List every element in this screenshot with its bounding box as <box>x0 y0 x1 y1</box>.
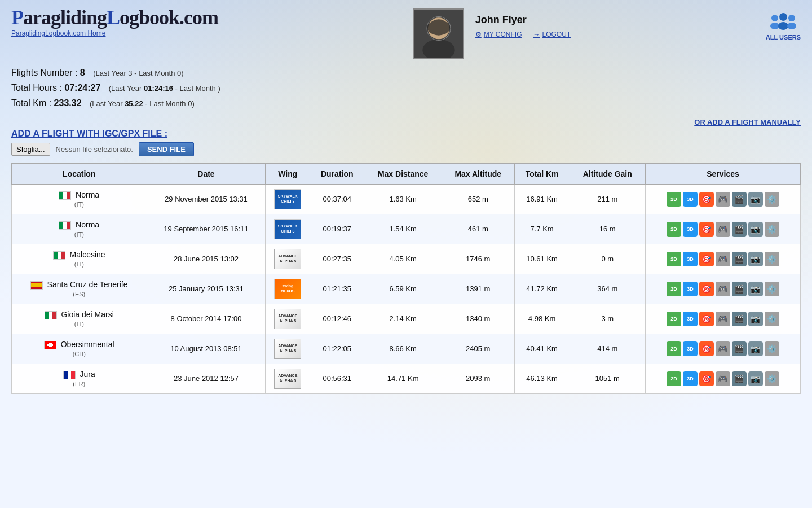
myconfig-link[interactable]: ⚙ MY CONFIG <box>475 30 522 38</box>
icon-settings[interactable]: ⚙️ <box>765 282 779 296</box>
icon-game[interactable]: 🎮 <box>716 252 730 266</box>
icon-target[interactable]: 🎯 <box>699 282 714 296</box>
icon-video[interactable]: 🎬 <box>732 282 747 296</box>
svg-point-9 <box>787 23 796 29</box>
col-duration: Duration <box>310 163 364 184</box>
wing-cell: ADVANCEALPHA 5 <box>266 334 310 364</box>
icon-3d[interactable]: 3D <box>683 192 698 207</box>
icon-3d[interactable]: 3D <box>683 222 698 237</box>
icon-video[interactable]: 🎬 <box>732 371 747 386</box>
location-name: Norma <box>76 190 99 199</box>
location-cell: Santa Cruz de Tenerife (ES) <box>12 274 147 304</box>
icon-camera[interactable]: 📷 <box>748 371 763 386</box>
icon-3d[interactable]: 3D <box>683 252 698 266</box>
icon-camera[interactable]: 📷 <box>748 341 763 356</box>
wing-badge: swingNEXUS <box>274 279 301 299</box>
max-distance-cell: 1.54 Km <box>364 214 442 244</box>
icon-settings[interactable]: ⚙️ <box>765 371 779 386</box>
icon-target[interactable]: 🎯 <box>699 192 714 207</box>
col-services: Services <box>645 163 800 184</box>
icon-3d[interactable]: 3D <box>683 282 698 296</box>
wing-cell: ADVANCEALPHA 5 <box>266 364 310 393</box>
all-users-area[interactable]: ALL USERS <box>766 11 801 41</box>
icon-2d[interactable]: 2D <box>667 341 681 356</box>
col-total-km: Total Km <box>514 163 570 184</box>
location-cell: Obersimmental (CH) <box>12 334 147 364</box>
col-max-altitude: Max Altitude <box>442 163 514 184</box>
icon-camera[interactable]: 📷 <box>748 222 763 237</box>
altitude-gain-cell: 211 m <box>570 184 645 214</box>
icon-video[interactable]: 🎬 <box>732 341 747 356</box>
icon-game[interactable]: 🎮 <box>716 371 730 386</box>
wing-cell: swingNEXUS <box>266 274 310 304</box>
total-km-cell: 40.41 Km <box>514 334 570 364</box>
location-cell: Norma (IT) <box>12 184 147 214</box>
home-link[interactable]: ParaglidingLogbook.com Home <box>11 29 218 37</box>
icon-target[interactable]: 🎯 <box>699 252 714 266</box>
total-km-cell: 46.13 Km <box>514 364 570 393</box>
location-name: Santa Cruz de Tenerife <box>47 280 128 289</box>
icon-settings[interactable]: ⚙️ <box>765 341 779 356</box>
table-row: Gioia dei Marsi (IT) 8 October 2014 17:0… <box>12 304 801 334</box>
icon-target[interactable]: 🎯 <box>699 222 714 237</box>
icon-2d[interactable]: 2D <box>667 192 681 207</box>
icon-game[interactable]: 🎮 <box>716 282 730 296</box>
icon-camera[interactable]: 📷 <box>748 312 763 326</box>
all-users-icon <box>769 11 797 34</box>
icon-game[interactable]: 🎮 <box>716 341 730 356</box>
flag-icon <box>59 221 71 230</box>
icon-2d[interactable]: 2D <box>667 222 681 237</box>
profile-photo <box>413 8 464 59</box>
duration-cell: 00:37:04 <box>310 184 364 214</box>
logout-link[interactable]: → LOGOUT <box>533 30 571 38</box>
send-file-button[interactable]: SEND FILE <box>139 142 194 156</box>
browse-button[interactable]: Sfoglia... <box>11 143 50 156</box>
icon-game[interactable]: 🎮 <box>716 192 730 207</box>
wing-badge: SKYWALKCHILI 3 <box>274 219 301 239</box>
icon-settings[interactable]: ⚙️ <box>765 252 779 266</box>
add-manual-link[interactable]: OR ADD A FLIGHT MANUALLY <box>694 118 801 126</box>
user-info: John Flyer ⚙ MY CONFIG → LOGOUT <box>475 14 571 38</box>
all-users-label[interactable]: ALL USERS <box>766 34 801 41</box>
date-cell: 29 November 2015 13:31 <box>147 184 266 214</box>
icon-camera[interactable]: 📷 <box>748 192 763 207</box>
icon-target[interactable]: 🎯 <box>699 371 714 386</box>
icon-camera[interactable]: 📷 <box>748 252 763 266</box>
icon-settings[interactable]: ⚙️ <box>765 222 779 237</box>
km-label: Total Km : <box>11 98 51 108</box>
icon-2d[interactable]: 2D <box>667 252 681 266</box>
hours-sub: (Last Year 01:24:16 - Last Month ) <box>109 84 220 93</box>
icon-3d[interactable]: 3D <box>683 341 698 356</box>
icon-2d[interactable]: 2D <box>667 282 681 296</box>
altitude-gain-cell: 16 m <box>570 214 645 244</box>
location-name: Obersimmental <box>61 340 114 349</box>
services-td: 2D 3D 🎯 🎮 🎬 📷 ⚙️ <box>645 184 800 214</box>
flag-icon <box>30 281 43 290</box>
table-row: Jura (FR) 23 June 2012 12:57 ADVANCEALPH… <box>12 364 801 393</box>
icon-3d[interactable]: 3D <box>683 312 698 326</box>
services-td: 2D 3D 🎯 🎮 🎬 📷 ⚙️ <box>645 364 800 393</box>
icon-target[interactable]: 🎯 <box>699 341 714 356</box>
total-km-cell: 4.98 Km <box>514 304 570 334</box>
max-altitude-cell: 1391 m <box>442 274 514 304</box>
icon-video[interactable]: 🎬 <box>732 252 747 266</box>
icon-target[interactable]: 🎯 <box>699 312 714 326</box>
icon-3d[interactable]: 3D <box>683 371 698 386</box>
altitude-gain-cell: 0 m <box>570 244 645 274</box>
col-altitude-gain: Altitude Gain <box>570 163 645 184</box>
services-td: 2D 3D 🎯 🎮 🎬 📷 ⚙️ <box>645 334 800 364</box>
icon-settings[interactable]: ⚙️ <box>765 312 779 326</box>
icon-video[interactable]: 🎬 <box>732 222 747 237</box>
icon-game[interactable]: 🎮 <box>716 222 730 237</box>
icon-video[interactable]: 🎬 <box>732 312 747 326</box>
icon-2d[interactable]: 2D <box>667 312 681 326</box>
col-date: Date <box>147 163 266 184</box>
icon-settings[interactable]: ⚙️ <box>765 192 779 207</box>
icon-2d[interactable]: 2D <box>667 371 681 386</box>
flag-icon <box>44 341 56 349</box>
icon-video[interactable]: 🎬 <box>732 192 747 207</box>
total-km-cell: 7.7 Km <box>514 214 570 244</box>
icon-game[interactable]: 🎮 <box>716 312 730 326</box>
max-altitude-cell: 461 m <box>442 214 514 244</box>
icon-camera[interactable]: 📷 <box>748 282 763 296</box>
